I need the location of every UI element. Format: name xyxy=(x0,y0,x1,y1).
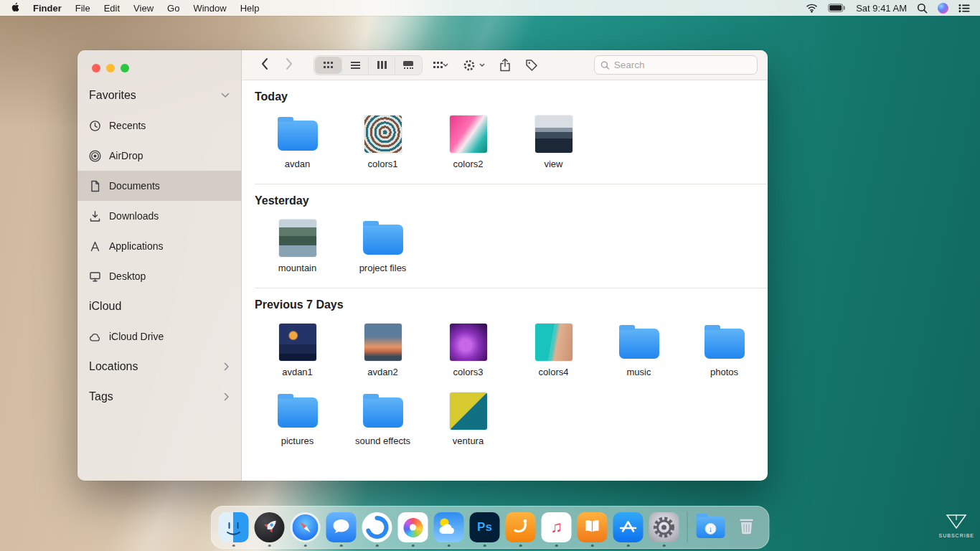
file-item[interactable]: colors3 xyxy=(425,323,511,377)
file-item[interactable]: music xyxy=(596,323,682,377)
chevron-down-icon[interactable] xyxy=(221,93,230,98)
file-name: music xyxy=(627,367,651,377)
sidebar: Favorites Recents AirDrop Documents xyxy=(77,50,242,481)
file-item[interactable]: colors4 xyxy=(511,323,596,377)
file-name: sound effects xyxy=(355,435,410,446)
search-icon xyxy=(600,60,610,70)
dock-launchpad[interactable] xyxy=(255,512,285,542)
section-label: Yesterday xyxy=(255,194,768,207)
sidebar-item-downloads[interactable]: Downloads xyxy=(77,201,241,231)
apple-logo-icon xyxy=(10,1,19,13)
file-item[interactable]: pictures xyxy=(255,392,340,446)
section-label: Previous 7 Days xyxy=(255,298,768,311)
chevron-right-icon[interactable] xyxy=(224,392,230,401)
file-item[interactable]: project files xyxy=(340,219,425,273)
icon-view-button[interactable] xyxy=(315,57,341,74)
sidebar-item-airdrop[interactable]: AirDrop xyxy=(77,141,241,171)
sidebar-item-icloud-drive[interactable]: iCloud Drive xyxy=(77,321,241,352)
file-item[interactable]: sound effects xyxy=(340,392,425,446)
weather-icon xyxy=(434,512,464,542)
file-item[interactable]: avdan xyxy=(255,115,340,169)
menu-finder[interactable]: Finder xyxy=(33,3,62,14)
dock-downloads[interactable]: ↓ xyxy=(696,512,726,542)
gallery-view-button[interactable] xyxy=(395,57,421,74)
spotlight-icon[interactable] xyxy=(917,3,928,14)
dock-settings[interactable] xyxy=(649,512,679,542)
menu-help[interactable]: Help xyxy=(240,3,260,14)
dock-photoshop[interactable]: Ps xyxy=(470,512,500,542)
finder-face xyxy=(219,512,249,542)
file-item[interactable]: colors1 xyxy=(340,115,425,169)
dock-trash[interactable] xyxy=(732,512,762,542)
applications-icon xyxy=(89,240,101,253)
file-item[interactable]: avdan1 xyxy=(255,323,340,377)
apple-menu[interactable] xyxy=(10,1,19,15)
sidebar-item-applications[interactable]: Applications xyxy=(77,231,241,261)
menu-go[interactable]: Go xyxy=(167,3,179,14)
menu-file[interactable]: File xyxy=(75,3,90,14)
list-view-button[interactable] xyxy=(341,57,368,74)
dock-music[interactable] xyxy=(542,512,572,542)
sidebar-item-recents[interactable]: Recents xyxy=(77,110,241,141)
file-name: ventura xyxy=(453,435,484,446)
file-item[interactable]: mountain xyxy=(255,219,340,273)
zoom-button[interactable] xyxy=(121,64,129,72)
sidebar-nav: Favorites Recents AirDrop Documents xyxy=(77,80,241,412)
downloads-folder-icon: ↓ xyxy=(696,512,726,542)
dock-books[interactable] xyxy=(578,512,608,542)
battery-icon[interactable] xyxy=(828,4,846,12)
menu-view[interactable]: View xyxy=(133,3,154,14)
clock-icon xyxy=(89,120,101,132)
siri-icon[interactable] xyxy=(938,3,948,14)
locations-label: Locations xyxy=(89,360,138,373)
menu-edit[interactable]: Edit xyxy=(104,3,120,14)
menu-window[interactable]: Window xyxy=(193,3,226,14)
dock-finder[interactable] xyxy=(219,512,249,542)
share-button[interactable] xyxy=(499,58,511,72)
dock-messages[interactable] xyxy=(326,512,357,542)
menu-bar-status: Sat 9:41 AM xyxy=(806,3,970,14)
dock-safari[interactable] xyxy=(291,512,321,542)
control-center-icon[interactable] xyxy=(958,4,970,13)
minimize-button[interactable] xyxy=(106,64,115,72)
sidebar-section-favorites[interactable]: Favorites xyxy=(77,80,241,110)
menu-bar-clock[interactable]: Sat 9:41 AM xyxy=(856,3,907,14)
file-item[interactable]: ventura xyxy=(425,392,511,446)
chevron-right-icon[interactable] xyxy=(224,362,230,371)
tag-button[interactable] xyxy=(525,59,538,72)
file-item[interactable]: photos xyxy=(682,323,767,377)
photoshop-icon: Ps xyxy=(470,512,500,542)
file-item[interactable]: avdan2 xyxy=(340,323,425,377)
chevron-left-icon xyxy=(260,57,268,70)
file-name: colors4 xyxy=(539,367,569,377)
dock-browser[interactable] xyxy=(362,512,392,542)
sidebar-section-icloud[interactable]: iCloud xyxy=(77,291,241,321)
section-divider xyxy=(255,184,768,184)
sidebar-item-documents[interactable]: Documents xyxy=(77,171,241,201)
back-button[interactable] xyxy=(258,56,271,75)
action-button[interactable] xyxy=(463,59,485,72)
dock-photos[interactable] xyxy=(398,512,428,542)
search-input[interactable] xyxy=(614,60,751,70)
dock: Ps ↓ xyxy=(211,506,770,549)
tag-icon xyxy=(525,59,538,72)
group-button[interactable] xyxy=(437,63,448,67)
sidebar-section-locations[interactable]: Locations xyxy=(77,352,241,382)
sidebar-section-tags[interactable]: Tags xyxy=(77,382,241,412)
section-label: Today xyxy=(255,90,768,103)
dock-weather[interactable] xyxy=(434,512,464,542)
dock-app-store[interactable] xyxy=(613,512,644,542)
document-icon xyxy=(89,180,101,192)
wifi-icon[interactable] xyxy=(806,3,818,13)
subscribe-watermark: SUBSCRIBE xyxy=(939,513,974,538)
forward-button[interactable] xyxy=(283,56,296,75)
file-item[interactable]: view xyxy=(511,115,596,169)
file-item[interactable]: colors2 xyxy=(425,115,511,169)
dock-orange-app[interactable] xyxy=(506,512,536,542)
column-view-button[interactable] xyxy=(368,57,395,74)
chat-bubble-glyph xyxy=(326,512,357,542)
close-button[interactable] xyxy=(92,64,100,72)
sidebar-item-desktop[interactable]: Desktop xyxy=(77,261,241,291)
file-icon xyxy=(619,329,659,359)
airdrop-icon xyxy=(89,150,101,162)
